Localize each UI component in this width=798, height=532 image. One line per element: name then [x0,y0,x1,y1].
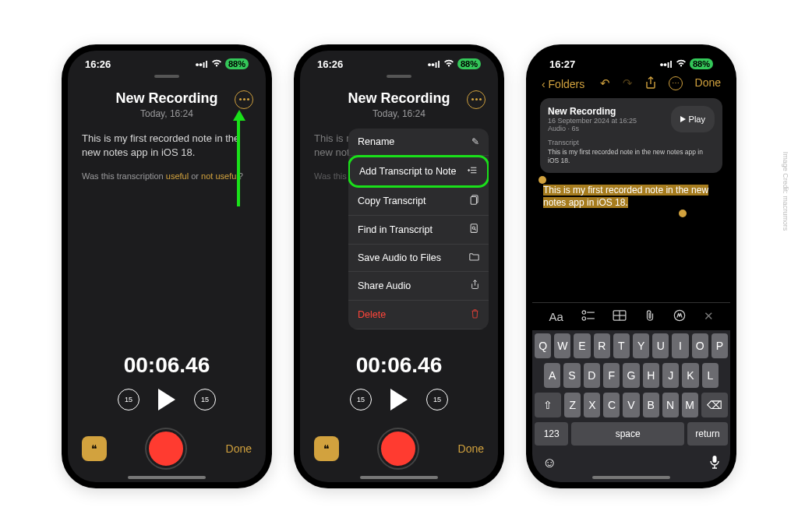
key-o[interactable]: O [692,333,708,358]
transcript-label: Transcript [548,139,715,146]
menu-find[interactable]: Find in Transcript [348,216,489,245]
menu-copy[interactable]: Copy Transcript [348,187,489,216]
key-t[interactable]: T [613,333,630,358]
undo-button[interactable]: ↶ [600,76,610,92]
rewind-15-button[interactable]: 15 [118,389,139,410]
record-button[interactable] [379,429,418,468]
attachment-button[interactable] [644,309,655,324]
key-y[interactable]: Y [633,333,649,358]
home-indicator[interactable] [360,476,438,479]
key-a[interactable]: A [544,363,560,388]
battery-icon: 88% [457,58,481,69]
space-key[interactable]: space [571,422,684,446]
add-note-icon [468,165,478,178]
key-h[interactable]: H [643,363,659,388]
home-indicator[interactable] [128,476,206,479]
text-format-button[interactable]: Aa [549,310,563,323]
svg-point-8 [472,227,475,229]
key-z[interactable]: Z [564,393,581,417]
card-sub: 16 September 2024 at 16:25 [548,117,637,125]
menu-delete[interactable]: Delete [348,301,489,329]
redo-button[interactable]: ↷ [623,76,633,92]
clock: 16:26 [317,58,343,70]
dictation-button[interactable] [709,455,720,473]
back-button[interactable]: ‹ Folders [542,78,584,90]
not-useful-link[interactable]: not useful [201,171,238,181]
useful-link[interactable]: useful [166,171,189,181]
feedback: Was this transcription useful or not use… [82,171,252,182]
more-button[interactable] [235,90,253,109]
num-key[interactable]: 123 [535,422,568,446]
controls: 15 15 [68,389,266,410]
card-play-button[interactable]: Play [671,106,715,132]
selected-text[interactable]: This is my first recorded note in the ne… [543,185,708,209]
done-button[interactable]: Done [695,76,721,92]
wifi-icon [443,58,454,70]
bottom-bar: ❝ Done [68,421,266,482]
rewind-15-button[interactable]: 15 [350,389,372,410]
keyboard: QWERTYUIOP ASDFGHJKL ⇧ ZXCVBNM ⌫ 123 spa… [532,330,730,482]
emoji-button[interactable]: ☺ [542,455,556,473]
context-menu: Rename✎ Add Transcript to Note Copy Tran… [348,129,489,329]
key-f[interactable]: F [603,363,620,388]
key-w[interactable]: W [554,333,570,358]
more-button[interactable] [467,90,486,109]
card-title: New Recording [548,106,637,117]
key-p[interactable]: P [711,333,728,358]
screen-1: 16:26 ••ıl 88% New Recording Today, 16:2… [68,51,266,482]
recording-subtitle: Today, 16:24 [68,108,266,119]
menu-add-transcript[interactable]: Add Transcript to Note [348,155,489,188]
trash-icon [471,308,479,321]
key-v[interactable]: V [623,393,639,417]
key-g[interactable]: G [623,363,639,388]
share-button[interactable] [645,76,656,92]
checklist-button[interactable] [581,310,595,323]
transcript-button[interactable]: ❝ [82,436,107,461]
key-k[interactable]: K [682,363,698,388]
key-q[interactable]: Q [535,333,551,358]
menu-share[interactable]: Share Audio [348,272,489,301]
signal-icon: ••ıl [660,58,673,70]
key-m[interactable]: M [682,393,698,417]
note-body[interactable]: This is my first recorded note in the ne… [532,179,730,215]
return-key[interactable]: return [687,422,728,446]
key-l[interactable]: L [702,363,719,388]
selection-handle-start[interactable] [538,176,546,184]
key-u[interactable]: U [652,333,669,358]
close-format-button[interactable]: ✕ [704,309,714,323]
key-b[interactable]: B [643,393,659,417]
record-button[interactable] [147,429,185,468]
more-button[interactable]: ⋯ [669,76,683,90]
done-button[interactable]: Done [226,442,252,455]
forward-15-button[interactable]: 15 [194,389,216,410]
done-button[interactable]: Done [458,442,484,455]
table-button[interactable] [613,310,627,323]
svg-point-12 [582,316,585,319]
key-i[interactable]: I [672,333,688,358]
play-button[interactable] [158,389,175,410]
key-j[interactable]: J [662,363,679,388]
menu-rename[interactable]: Rename✎ [348,129,489,156]
shift-key[interactable]: ⇧ [535,393,561,417]
recording-card[interactable]: New Recording 16 September 2024 at 16:25… [540,98,722,173]
markup-button[interactable] [673,309,686,324]
transcript-button[interactable]: ❝ [314,436,339,461]
key-r[interactable]: R [594,333,610,358]
key-e[interactable]: E [574,333,590,358]
key-s[interactable]: S [563,363,580,388]
timer: 00:06.46 [68,353,266,378]
menu-save[interactable]: Save Audio to Files [348,245,489,272]
key-c[interactable]: C [603,393,620,417]
forward-15-button[interactable]: 15 [426,389,448,410]
key-x[interactable]: X [584,393,600,417]
key-n[interactable]: N [662,393,679,417]
transcript-preview: This is my first recorded note in the ne… [548,148,715,165]
share-icon [471,280,479,292]
svg-line-9 [475,228,476,230]
screen-2: 16:26 ••ıl 88% New Recording Today, 16:2… [300,51,498,482]
clock: 16:26 [85,58,111,70]
play-button[interactable] [390,389,408,410]
key-d[interactable]: D [584,363,600,388]
delete-key[interactable]: ⌫ [701,393,728,417]
home-indicator[interactable] [592,476,670,479]
